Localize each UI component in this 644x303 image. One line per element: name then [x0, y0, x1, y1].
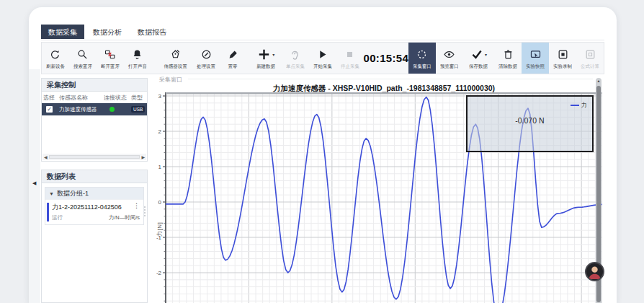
panel-title: 采集控制 — [42, 79, 147, 92]
collection-control-panel: 采集控制 选择 传感器名称 连接状态 类型 ✓ 力加速度传感器 USB ◀ ▶ — [41, 78, 148, 162]
chevron-down-icon[interactable]: ▾ — [272, 52, 274, 57]
zero-button[interactable]: 置零 — [221, 43, 244, 74]
screen: { "tabs": [ { "label": "数据采集", "active":… — [0, 0, 644, 303]
new-data-button[interactable]: ▾ 新建数据 — [250, 43, 282, 74]
sensor-settings-icon — [169, 48, 182, 61]
gauge-icon — [200, 48, 213, 61]
single-point-button[interactable]: 单点采集 — [282, 43, 309, 74]
tab-divider — [41, 40, 604, 40]
process-settings-button[interactable]: 处理设置 — [191, 43, 221, 74]
trash-icon — [502, 48, 514, 61]
app-window: 数据采集 数据分析 数据报告 刷新设备 搜索蓝牙 断开蓝牙 打开声音 — [29, 7, 617, 303]
experiment-record-button[interactable]: 实验录制 — [549, 43, 576, 74]
legend-line-swatch — [571, 105, 579, 106]
sensor-row[interactable]: ✓ 力加速度传感器 USB — [42, 103, 147, 115]
plot-area[interactable]: 3210-1-2 力[N] -0.070 N 力 — [166, 92, 602, 303]
collection-timer: 00:15:54 — [364, 43, 408, 74]
data-group: ▼ 数据分组-1 力1-2-20251112-042506 ⋮ 运行 力/N—时… — [45, 187, 144, 225]
refresh-device-button[interactable]: 刷新设备 — [42, 43, 69, 74]
dataset-title: 力1-2-20251112-042506 — [52, 203, 122, 212]
chevron-down-icon[interactable]: ▾ — [485, 52, 487, 57]
plus-icon — [257, 48, 271, 61]
tab-data-analysis[interactable]: 数据分析 — [86, 25, 129, 39]
eye-icon — [443, 48, 455, 61]
selection-box[interactable]: -0.070 N 力 — [466, 95, 594, 152]
save-data-button[interactable]: ▾ 保存数据 — [463, 43, 495, 74]
sensor-settings-button[interactable]: 传感器设置 — [160, 43, 192, 74]
record-frame-icon — [557, 48, 569, 61]
scroll-up-icon[interactable]: ▲ — [596, 79, 601, 83]
caret-down-icon: ▼ — [49, 191, 54, 196]
chart-panel-divider — [188, 79, 593, 79]
main-tabs: 数据采集 数据分析 数据报告 — [41, 25, 174, 39]
data-list-item[interactable]: 力1-2-20251112-042506 ⋮ 运行 力/N—时间/s — [45, 199, 143, 224]
svg-text:3: 3 — [158, 93, 162, 100]
data-list-panel: 数据列表 ▼ 数据分组-1 力1-2-20251112-042506 ⋮ 运行 … — [41, 170, 148, 303]
sensor-checkbox[interactable]: ✓ — [46, 106, 53, 113]
search-icon — [76, 48, 89, 61]
dataset-axes: 力/N—时间/s — [109, 214, 140, 221]
refresh-icon — [49, 48, 61, 61]
stop-icon — [344, 48, 356, 61]
panel-splitter-handle[interactable] — [144, 206, 146, 216]
formula-calc-button[interactable]: 公式计算 — [576, 43, 604, 74]
chart-panel: 采集窗口 力加速度传感器 - XHSP-V10HID_path_-1981348… — [155, 76, 604, 303]
preview-window-button[interactable]: 预览窗口 — [436, 43, 463, 74]
data-group-header[interactable]: ▼ 数据分组-1 — [45, 188, 143, 199]
person-icon — [586, 263, 603, 280]
bluetooth-disconnect-icon — [104, 48, 116, 61]
svg-text:1: 1 — [158, 164, 162, 170]
tab-data-report[interactable]: 数据报告 — [130, 25, 174, 39]
stop-collection-button[interactable]: 停止采集 — [336, 43, 364, 74]
current-reading: -0.070 N — [468, 116, 592, 125]
tab-data-collection[interactable]: 数据采集 — [41, 25, 84, 39]
chart-legend: 力 — [571, 101, 587, 109]
toolbar: 刷新设备 搜索蓝牙 断开蓝牙 打开声音 传感器设置 处理设置 — [41, 42, 604, 74]
panel-title: 数据列表 — [42, 170, 147, 183]
item-menu-icon[interactable]: ⋮ — [133, 203, 140, 212]
scroll-right-icon[interactable]: ▶ — [141, 154, 145, 159]
y-axis-label: 力[N] — [156, 222, 164, 237]
search-bluetooth-button[interactable]: 搜索蓝牙 — [69, 43, 97, 74]
sidebar-collapse-arrow[interactable]: ◀ — [32, 180, 36, 186]
experiment-snapshot-button[interactable]: 实验快照 — [522, 43, 549, 74]
sensor-name: 力加速度传感器 — [59, 106, 104, 113]
formula-icon — [584, 48, 596, 61]
pen-icon — [227, 48, 239, 61]
bell-icon — [131, 48, 143, 61]
hscroll-thumb[interactable] — [49, 155, 140, 159]
collection-window-button[interactable]: 采集窗口 — [408, 43, 436, 74]
legend-series-label: 力 — [581, 101, 587, 109]
assistant-avatar-button[interactable] — [585, 262, 604, 281]
ear-icon — [289, 48, 301, 61]
disconnect-bluetooth-button[interactable]: 断开蓝牙 — [97, 43, 124, 74]
status-dot — [109, 107, 115, 112]
clear-data-button[interactable]: 清除数据 — [494, 43, 522, 74]
svg-text:-2: -2 — [156, 270, 162, 276]
play-icon — [316, 48, 328, 61]
check-icon — [470, 48, 483, 61]
scroll-left-icon[interactable]: ◀ — [44, 154, 48, 159]
sensor-table-header: 选择 传感器名称 连接状态 类型 — [42, 92, 147, 103]
chart-panel-label: 采集窗口 — [159, 76, 182, 84]
svg-text:2: 2 — [158, 128, 162, 135]
sidebar-gutter — [29, 69, 40, 303]
start-collection-button[interactable]: 开始采集 — [309, 43, 336, 74]
connection-type-badge: USB — [131, 106, 145, 113]
open-sound-button[interactable]: 打开声音 — [124, 43, 151, 74]
snapshot-icon — [529, 48, 542, 61]
item-color-bar — [47, 203, 49, 221]
dataset-status: 运行 — [52, 214, 63, 221]
svg-text:0: 0 — [158, 199, 162, 206]
dashed-circle-icon — [416, 48, 428, 61]
sensor-table-hscrollbar[interactable]: ◀ ▶ — [43, 154, 146, 160]
